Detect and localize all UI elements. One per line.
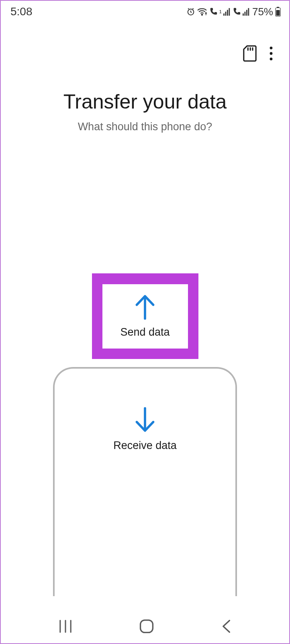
svg-rect-6: [243, 13, 244, 16]
back-button[interactable]: [221, 619, 232, 635]
svg-rect-5: [229, 8, 230, 16]
status-icons: 1 75%: [186, 6, 281, 18]
alarm-icon: [186, 7, 195, 16]
home-icon: [139, 619, 154, 634]
svg-rect-7: [245, 12, 246, 16]
battery-percent: 75%: [252, 6, 273, 18]
battery-icon: [275, 7, 281, 16]
send-data-highlight: Send data: [92, 273, 198, 359]
wifi-icon: [197, 7, 207, 16]
svg-point-1: [202, 14, 203, 15]
recents-icon: [58, 619, 73, 634]
home-button[interactable]: [139, 619, 154, 636]
sd-card-icon: [243, 45, 257, 62]
svg-point-17: [270, 52, 273, 55]
back-icon: [221, 619, 232, 634]
signal1-icon: [223, 8, 231, 16]
header: Transfer your data What should this phon…: [1, 90, 289, 133]
svg-rect-2: [223, 13, 225, 16]
receive-data-label: Receive data: [113, 439, 177, 452]
call2-icon: [232, 7, 241, 16]
receive-data-button[interactable]: Receive data: [53, 367, 237, 596]
page-title: Transfer your data: [1, 90, 289, 113]
svg-rect-9: [248, 8, 249, 16]
send-data-label: Send data: [120, 326, 170, 338]
svg-rect-3: [225, 12, 227, 16]
options-area: Send data Receive data: [1, 273, 289, 596]
more-vertical-icon: [269, 46, 273, 61]
send-data-button[interactable]: Send data: [102, 284, 188, 349]
sd-card-button[interactable]: [243, 45, 257, 64]
svg-rect-8: [246, 10, 247, 16]
recents-button[interactable]: [58, 619, 73, 635]
status-time: 5:08: [10, 5, 33, 18]
svg-point-18: [270, 57, 273, 60]
svg-rect-12: [276, 10, 280, 16]
status-bar: 5:08 1: [1, 1, 289, 21]
nav-bar: [1, 611, 289, 643]
arrow-up-icon: [134, 294, 156, 320]
page-subtitle: What should this phone do?: [1, 121, 289, 133]
svg-rect-4: [227, 10, 228, 16]
top-actions: [1, 21, 289, 64]
arrow-down-icon: [134, 406, 156, 433]
svg-rect-24: [141, 620, 153, 633]
more-options-button[interactable]: [269, 46, 273, 63]
call1-icon: [209, 7, 218, 16]
svg-point-16: [270, 47, 273, 49]
signal2-icon: [243, 8, 250, 16]
